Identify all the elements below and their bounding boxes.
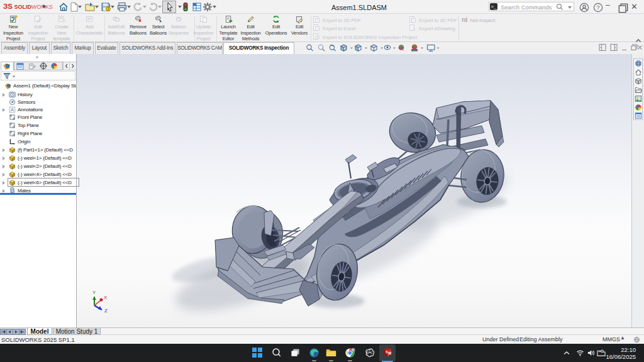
svg-text:W: W — [388, 351, 391, 355]
svg-text:Z: Z — [104, 308, 108, 314]
svg-text:X: X — [104, 295, 108, 300]
svg-text:!: ! — [108, 6, 109, 11]
svg-text:Y: Y — [92, 290, 96, 295]
svg-text:?: ? — [596, 4, 599, 11]
svg-text:A: A — [11, 107, 14, 112]
